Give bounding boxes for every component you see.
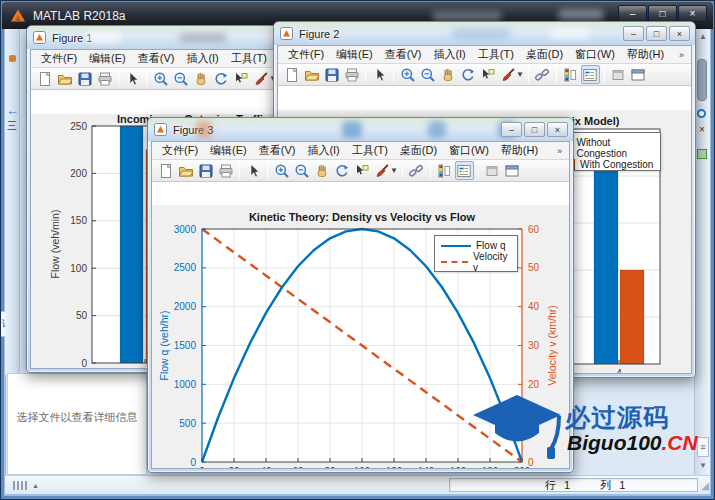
menu-窗口(W)[interactable]: 窗口(W) [569,46,621,63]
resize-grip-icon[interactable]: ◢ [701,480,709,491]
menu-overflow-icon[interactable]: » [676,50,687,60]
svg-text:Kinetic Theory: Density vs Vel: Kinetic Theory: Density vs Velocity vs F… [249,211,476,223]
svg-text:200: 200 [70,168,87,179]
new-document-icon[interactable] [282,65,301,84]
menu-工具(T)[interactable]: 工具(T) [472,46,520,63]
svg-text:100: 100 [70,263,87,274]
save-figure-icon[interactable] [75,69,94,88]
scrollbar-thumb[interactable] [697,59,707,101]
open-folder-icon[interactable] [302,65,321,84]
menu-查看(V)[interactable]: 查看(V) [132,50,181,67]
menu-查看(V)[interactable]: 查看(V) [379,46,428,63]
figure3-menubar: 文件(F)编辑(E)查看(V)插入(I)工具(T)桌面(D)窗口(W)帮助(H)… [152,142,569,160]
statusbar-grip-icon[interactable]: ▲ [13,481,39,490]
zoom-out-icon[interactable] [418,65,437,84]
menu-文件(F)[interactable]: 文件(F) [35,50,83,67]
figure2-close-button[interactable]: × [669,26,690,41]
menu-编辑(E)[interactable]: 编辑(E) [204,142,253,159]
save-figure-icon[interactable] [322,65,341,84]
menu-桌面(D)[interactable]: 桌面(D) [520,46,569,63]
menu-桌面(D)[interactable]: 桌面(D) [394,142,443,159]
svg-text:80: 80 [324,466,336,468]
figure3-close-button[interactable]: × [547,122,568,137]
cursor-position-field: 行1 列1 [449,478,698,492]
rotate-3d-icon[interactable] [332,161,351,180]
insert-legend-icon[interactable] [455,161,474,180]
insert-colorbar-icon[interactable] [561,65,580,84]
print-icon[interactable] [216,161,235,180]
cursor-icon[interactable] [244,161,263,180]
link-plots-icon[interactable] [407,161,426,180]
menu-插入(I)[interactable]: 插入(I) [427,46,471,63]
brush-data-icon[interactable] [498,65,517,84]
print-icon[interactable] [342,65,361,84]
scroll-up-icon[interactable]: ▲ [699,32,707,41]
bar-with-congestion [620,270,644,364]
brush-dropdown-icon[interactable]: ▼ [516,70,524,79]
dock-figure-icon[interactable] [629,65,648,84]
toolbar-separator [556,67,557,82]
svg-text:60: 60 [528,224,540,235]
dock-minimized-icon[interactable] [483,161,502,180]
dock-minimized-icon[interactable] [609,65,628,84]
zoom-in-icon[interactable] [151,69,170,88]
main-minimize-button[interactable]: – [618,5,647,22]
insert-colorbar-icon[interactable] [435,161,454,180]
main-close-button[interactable]: × [678,5,707,22]
pan-hand-icon[interactable] [438,65,457,84]
svg-text:30: 30 [528,340,540,351]
brush-data-icon[interactable] [251,69,270,88]
print-icon[interactable] [95,69,114,88]
menu-overflow-icon[interactable]: » [554,146,565,156]
pan-hand-icon[interactable] [312,161,331,180]
main-maximize-button[interactable]: □ [648,5,677,22]
figure3-minimize-button[interactable]: – [501,122,522,137]
cursor-icon[interactable] [370,65,389,84]
link-plots-icon[interactable] [533,65,552,84]
new-document-icon[interactable] [156,161,175,180]
rotate-3d-icon[interactable] [458,65,477,84]
figure2-maximize-button[interactable]: □ [646,26,667,41]
menu-工具(T)[interactable]: 工具(T) [346,142,394,159]
menu-文件(F)[interactable]: 文件(F) [282,46,330,63]
figure3-titlebar[interactable]: Figure 3 – □ × [148,118,573,141]
menu-插入(I)[interactable]: 插入(I) [301,142,345,159]
zoom-in-icon[interactable] [272,161,291,180]
menu-帮助(H)[interactable]: 帮助(H) [621,46,670,63]
menu-编辑(E)[interactable]: 编辑(E) [83,50,132,67]
zoom-out-icon[interactable] [171,69,190,88]
data-cursor-icon[interactable] [478,65,497,84]
data-cursor-icon[interactable] [352,161,371,180]
menu-编辑(E)[interactable]: 编辑(E) [330,46,379,63]
zoom-out-icon[interactable] [292,161,311,180]
figure3-maximize-button[interactable]: □ [524,122,545,137]
svg-text:Velocity v (km/hr): Velocity v (km/hr) [546,305,558,386]
rotate-3d-icon[interactable] [211,69,230,88]
close-small-icon[interactable]: × [699,124,705,135]
zoom-in-icon[interactable] [398,65,417,84]
save-figure-icon[interactable] [196,161,215,180]
open-folder-icon[interactable] [176,161,195,180]
cursor-icon[interactable] [123,69,142,88]
figure2-minimize-button[interactable]: – [623,26,644,41]
pan-hand-icon[interactable] [191,69,210,88]
figure3-legend[interactable]: Flow q Velocity v [434,235,518,272]
menu-帮助(H)[interactable]: 帮助(H) [495,142,544,159]
insert-legend-icon[interactable] [581,65,600,84]
data-cursor-icon[interactable] [231,69,250,88]
dock-figure-icon[interactable] [503,161,522,180]
menu-插入(I)[interactable]: 插入(I) [180,50,224,67]
figure2-titlebar[interactable]: Figure 2 – □ × [274,22,695,45]
svg-text:160: 160 [450,466,467,468]
glass-reflection [179,33,227,43]
open-folder-icon[interactable] [55,69,74,88]
brush-dropdown-icon[interactable]: ▼ [390,166,398,175]
magnifier-icon[interactable] [697,109,706,118]
menu-查看(V)[interactable]: 查看(V) [253,142,302,159]
menu-文件(F)[interactable]: 文件(F) [156,142,204,159]
menu-工具(T)[interactable]: 工具(T) [225,50,273,67]
new-document-icon[interactable] [35,69,54,88]
brush-data-icon[interactable] [372,161,391,180]
menu-窗口(W)[interactable]: 窗口(W) [443,142,495,159]
back-arrow-icon[interactable]: ← [6,103,19,118]
